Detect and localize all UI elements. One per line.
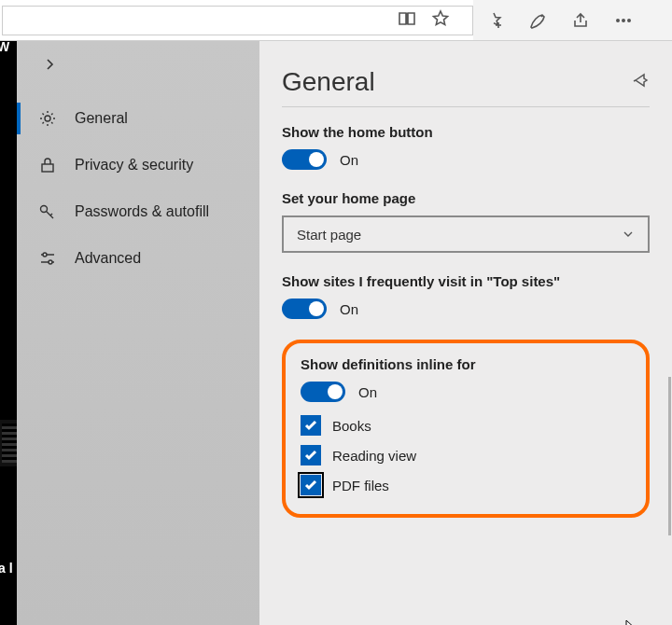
toggle-top-sites[interactable]	[282, 299, 327, 319]
back-chevron-icon[interactable]	[17, 58, 259, 75]
more-icon[interactable]	[602, 0, 645, 40]
svg-rect-4	[42, 164, 53, 172]
sidebar-item-label: Advanced	[75, 250, 141, 267]
checkbox-label: Books	[332, 418, 371, 434]
notes-icon[interactable]	[516, 0, 559, 40]
gear-icon	[37, 108, 58, 129]
svg-point-7	[49, 260, 52, 264]
sidebar-item-privacy[interactable]: Privacy & security	[17, 142, 259, 188]
toggle-status: On	[340, 152, 358, 168]
browser-toolbar	[0, 0, 672, 41]
select-value: Start page	[297, 227, 361, 243]
checkbox-label: Reading view	[332, 448, 416, 464]
checkbox-reading-view[interactable]	[301, 445, 321, 465]
pin-icon[interactable]	[633, 72, 650, 92]
chevron-down-icon	[622, 228, 635, 241]
background-page-strip: W a l	[0, 41, 17, 625]
checkbox-label: PDF files	[332, 478, 389, 493]
toggle-home-button[interactable]	[282, 149, 327, 170]
svg-point-5	[41, 206, 48, 213]
sidebar-item-label: Privacy & security	[75, 157, 193, 174]
svg-point-0	[617, 19, 619, 21]
svg-point-3	[45, 116, 50, 121]
sidebar-item-label: General	[75, 110, 128, 127]
favorite-star-icon[interactable]	[431, 9, 465, 32]
key-icon	[37, 201, 58, 222]
settings-sidebar: General Privacy & security Passwords & a…	[17, 41, 259, 625]
sliders-icon	[37, 248, 58, 269]
lock-icon	[37, 155, 58, 175]
section-home-button-label: Show the home button	[282, 124, 650, 140]
reading-view-icon[interactable]	[398, 11, 431, 30]
toggle-status: On	[340, 301, 358, 317]
section-home-page-label: Set your home page	[282, 190, 650, 206]
svg-point-1	[623, 19, 624, 21]
checkbox-pdf-files[interactable]	[301, 475, 321, 495]
divider	[282, 106, 650, 107]
checkbox-books[interactable]	[301, 415, 321, 436]
page-title: General	[282, 67, 375, 97]
sidebar-item-label: Passwords & autofill	[75, 203, 209, 220]
toggle-status: On	[358, 384, 377, 400]
sidebar-item-general[interactable]: General	[17, 95, 259, 142]
sidebar-item-advanced[interactable]: Advanced	[17, 235, 259, 282]
highlighted-section: Show definitions inline for On Books Rea…	[282, 340, 650, 518]
address-bar[interactable]	[2, 6, 473, 35]
toolbar-actions	[473, 0, 672, 40]
section-top-sites-label: Show sites I frequently visit in "Top si…	[282, 273, 650, 289]
home-page-select[interactable]: Start page	[282, 215, 650, 253]
toggle-definitions[interactable]	[301, 382, 345, 402]
share-icon[interactable]	[559, 0, 602, 40]
svg-point-2	[628, 19, 630, 21]
svg-point-6	[43, 253, 47, 257]
section-definitions-label: Show definitions inline for	[301, 356, 631, 372]
sidebar-item-passwords[interactable]: Passwords & autofill	[17, 188, 259, 235]
scrollbar[interactable]	[668, 377, 671, 535]
add-favorite-icon[interactable]	[473, 0, 516, 40]
settings-content: General Show the home button On Set your…	[259, 41, 672, 625]
mouse-cursor-icon	[625, 619, 640, 625]
